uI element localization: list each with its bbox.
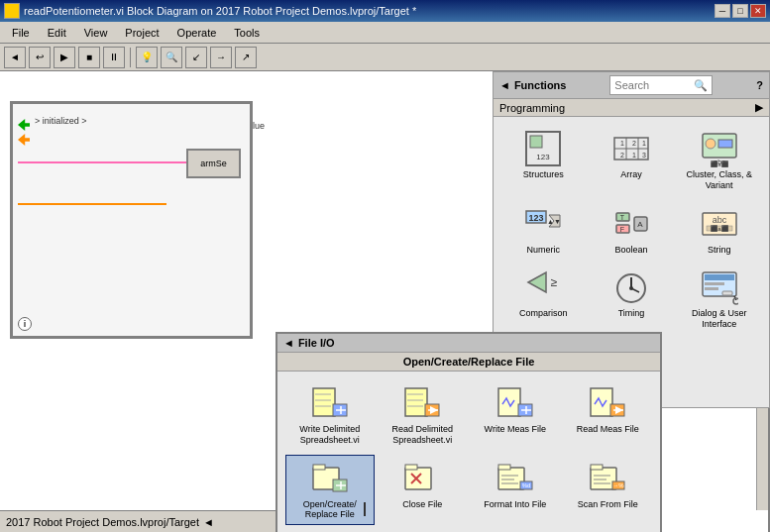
svg-text:123: 123 xyxy=(537,153,551,161)
svg-rect-62 xyxy=(498,388,520,416)
arm-node: armSe xyxy=(186,149,241,178)
svg-text:→%: →% xyxy=(613,482,625,488)
toolbar-pause[interactable]: ⏸ xyxy=(103,47,125,68)
svg-rect-68 xyxy=(313,465,325,470)
menu-project[interactable]: Project xyxy=(117,25,166,41)
status-text: 2017 Robot Project Demos.lvproj/Target xyxy=(6,516,199,528)
palette-structures[interactable]: 123 Structures xyxy=(501,125,586,196)
toolbar: ◄ ↩ ▶ ■ ⏸ 💡 🔍 ↙ → ↗ xyxy=(0,44,770,71)
palette-timing[interactable]: Timing xyxy=(590,264,674,335)
menu-edit[interactable]: Edit xyxy=(40,25,74,41)
palette-cluster[interactable]: abc ⬛a⬛ Cluster, Class, & Variant xyxy=(677,125,761,196)
svg-text:1: 1 xyxy=(632,152,636,159)
loop-structure: > initialized > armSe i xyxy=(10,101,253,339)
subheader-arrow: ▶ xyxy=(755,101,763,114)
read-delimited-label: Read Delimited Spreadsheet.vi xyxy=(382,424,465,446)
dialog-icon xyxy=(701,268,738,306)
toolbar-back[interactable]: ◄ xyxy=(4,47,26,68)
toolbar-step-over[interactable]: → xyxy=(210,47,232,68)
palette-dialog[interactable]: Dialog & User Interface xyxy=(677,264,761,335)
minimize-button[interactable]: ─ xyxy=(715,4,730,18)
window-controls[interactable]: ─ □ ✕ xyxy=(715,4,766,18)
open-create-icon xyxy=(311,460,349,497)
palette-string[interactable]: abc ⬛a⬛ String xyxy=(677,200,761,261)
toolbar-run[interactable]: ▶ xyxy=(54,47,75,68)
svg-point-37 xyxy=(629,286,633,290)
palette-boolean[interactable]: T F A Boolean xyxy=(590,200,674,261)
svg-text:F: F xyxy=(620,226,624,233)
open-create-label: Open/Create/ Replace File xyxy=(288,499,372,521)
toolbar-debug[interactable]: 🔍 xyxy=(161,47,182,68)
palette-numeric[interactable]: 123 ▲▼ Numeric xyxy=(501,200,586,261)
palette-array[interactable]: 1 2 1 2 1 3 Array xyxy=(590,125,674,196)
menu-file[interactable]: File xyxy=(4,25,38,41)
svg-rect-40 xyxy=(705,282,724,285)
svg-text:abc: abc xyxy=(712,215,726,225)
fileio-panel: ◄ File I/O Open/Create/Replace File Writ… xyxy=(275,332,662,532)
palette-open-create[interactable]: Open/Create/ Replace File xyxy=(285,455,375,526)
svg-rect-39 xyxy=(705,274,734,280)
cluster-label: Cluster, Class, & Variant xyxy=(680,169,758,191)
string-icon: abc ⬛a⬛ xyxy=(701,205,738,243)
svg-marker-32 xyxy=(528,272,546,292)
palette-write-meas[interactable]: Write Meas File xyxy=(471,379,560,451)
svg-text:1: 1 xyxy=(620,140,624,147)
array-icon: 1 2 1 2 1 3 xyxy=(612,130,650,167)
write-meas-icon xyxy=(496,384,534,422)
search-bar[interactable]: 🔍 xyxy=(609,75,713,95)
numeric-label: Numeric xyxy=(527,245,561,256)
toolbar-stop[interactable]: ■ xyxy=(78,47,100,68)
menu-bar: File Edit View Project Operate Tools xyxy=(0,22,770,44)
palette-close-file[interactable]: Close File xyxy=(379,455,468,526)
comparison-icon: ≥ xyxy=(524,268,562,306)
help-icon[interactable]: ? xyxy=(756,79,763,91)
info-icon: i xyxy=(18,317,32,331)
palette-write-delimited[interactable]: Write Delimited Spreadsheet.vi xyxy=(285,379,375,451)
svg-text:⬛a⬛: ⬛a⬛ xyxy=(711,225,728,233)
svg-rect-42 xyxy=(722,291,732,295)
svg-text:2: 2 xyxy=(620,152,624,159)
toolbar-undo[interactable]: ↩ xyxy=(29,47,51,68)
fileio-back-icon[interactable]: ◄ xyxy=(283,337,294,349)
orange-wire xyxy=(18,203,166,205)
fileio-panel-title: File I/O xyxy=(298,337,335,349)
programming-label: Programming xyxy=(499,102,565,114)
svg-rect-80 xyxy=(591,465,603,470)
maximize-button[interactable]: □ xyxy=(732,4,748,18)
svg-text:≥: ≥ xyxy=(551,275,558,289)
boolean-label: Boolean xyxy=(614,245,647,256)
palette-read-meas[interactable]: Read Meas File xyxy=(564,379,653,451)
fileio-subheader-label: Open/Create/Replace File xyxy=(403,356,535,368)
svg-text:⬛a⬛: ⬛a⬛ xyxy=(711,160,728,167)
close-button[interactable]: ✕ xyxy=(750,4,766,18)
svg-text:T: T xyxy=(620,214,625,221)
svg-rect-64 xyxy=(591,388,612,416)
timing-icon xyxy=(612,268,650,306)
window-title: readPotentiometer.vi Block Diagram on 20… xyxy=(24,5,416,17)
search-input[interactable] xyxy=(614,79,694,91)
scan-from-icon: →% xyxy=(589,460,626,497)
title-bar: readPotentiometer.vi Block Diagram on 20… xyxy=(0,0,770,22)
palette-read-delimited[interactable]: Read Delimited Spreadsheet.vi xyxy=(379,379,468,451)
cursor xyxy=(364,502,366,516)
fileio-subheader: Open/Create/Replace File xyxy=(277,353,660,372)
svg-rect-1 xyxy=(530,136,542,148)
panel-back-icon[interactable]: ◄ xyxy=(499,79,510,91)
write-delimited-label: Write Delimited Spreadsheet.vi xyxy=(288,424,372,446)
menu-view[interactable]: View xyxy=(76,25,116,41)
toolbar-step-out[interactable]: ↗ xyxy=(235,47,257,68)
menu-tools[interactable]: Tools xyxy=(226,25,268,41)
boolean-icon: T F A xyxy=(612,205,650,243)
menu-operate[interactable]: Operate xyxy=(169,25,225,41)
comparison-label: Comparison xyxy=(519,308,568,319)
svg-rect-51 xyxy=(313,388,335,416)
toolbar-highlight[interactable]: 💡 xyxy=(136,47,158,68)
palette-comparison[interactable]: ≥ Comparison xyxy=(501,264,586,335)
toolbar-step-in[interactable]: ↙ xyxy=(185,47,207,68)
palette-format-into[interactable]: %d Format Into File xyxy=(471,455,560,526)
structures-label: Structures xyxy=(523,169,564,180)
read-meas-label: Read Meas File xyxy=(577,424,639,435)
numeric-icon: 123 ▲▼ xyxy=(524,205,562,243)
panel-title: Functions xyxy=(514,79,567,91)
palette-scan-from[interactable]: →% Scan From File xyxy=(564,455,653,526)
